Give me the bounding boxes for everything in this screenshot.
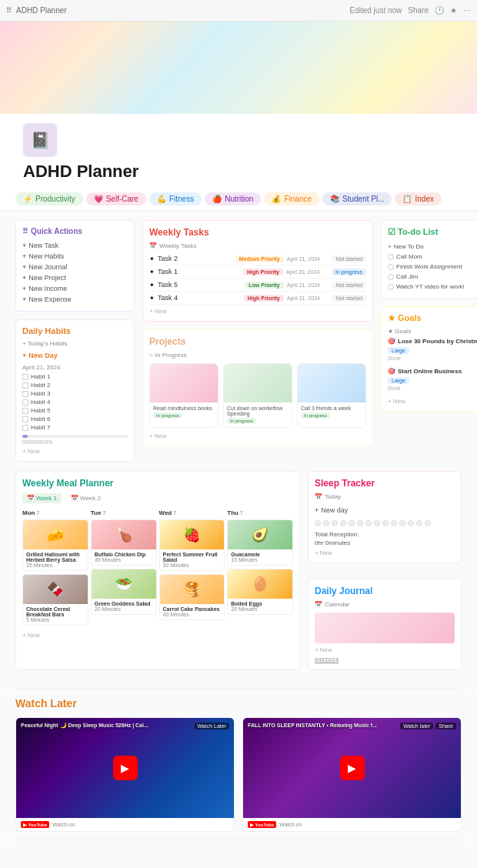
meal-card-thu-1[interactable]: 🥑 Guacamole 15 Minutes bbox=[227, 519, 293, 566]
video-card-2[interactable]: FALL INTO SLEEP INSTANTLY • Relaxing Mus… bbox=[242, 717, 462, 832]
habit-checkbox-2[interactable] bbox=[22, 382, 28, 389]
meal-card-thu-2[interactable]: 🥚 Boiled Eggs 20 Minutes bbox=[227, 569, 293, 615]
project-card-2[interactable]: Cut down on workeflow Spending In progre… bbox=[223, 363, 292, 428]
journal-entry-box bbox=[315, 613, 455, 643]
task-icon: ✦ bbox=[149, 269, 155, 275]
left-panel: ⠿ Quick Actions + New Task + New Habits … bbox=[15, 220, 135, 462]
video-footer-1: ▶ YouTube Watch on bbox=[16, 818, 234, 831]
new-journal-button[interactable]: + New Journal bbox=[22, 262, 128, 272]
video-badge-1[interactable]: Watch Later bbox=[195, 723, 229, 729]
topbar-icon-3[interactable]: ⋯ bbox=[463, 6, 471, 15]
new-day-button[interactable]: + New Day bbox=[22, 350, 128, 361]
topbar-icon-2[interactable]: ★ bbox=[450, 6, 457, 15]
sleep-dot bbox=[425, 520, 431, 526]
sleep-dot bbox=[408, 520, 414, 526]
habit-checkbox-1[interactable] bbox=[22, 374, 28, 380]
todo-check-4[interactable] bbox=[388, 284, 394, 290]
meal-card-wed-2[interactable]: 🥞 Carrot Cake Pancakes 40 Minutes bbox=[159, 574, 225, 620]
new-expense-button[interactable]: + New Expense bbox=[22, 294, 128, 305]
tab-index[interactable]: 📋 Index bbox=[395, 192, 441, 205]
calendar-icon-4: 📅 bbox=[315, 601, 322, 608]
priority-badge: High Priority bbox=[244, 295, 284, 302]
goals-new-button[interactable]: +New bbox=[388, 398, 477, 405]
priority-badge: High Priority bbox=[243, 269, 283, 275]
habit-checkbox-7[interactable] bbox=[22, 425, 28, 431]
meal-card-tue-2[interactable]: 🥗 Green Goddess Salad 20 Minutes bbox=[91, 569, 157, 615]
project-status-tag-1: In progress bbox=[153, 412, 182, 419]
video-badge-2b[interactable]: Share bbox=[435, 723, 456, 729]
watch-on-label-1: Watch on bbox=[52, 822, 75, 827]
new-project-button[interactable]: + New Project bbox=[22, 272, 128, 283]
project-card-3[interactable]: Call 3 friends a week In progress bbox=[297, 363, 366, 428]
topbar-icon-1[interactable]: 🕐 bbox=[435, 6, 444, 15]
projects-new-button[interactable]: +New bbox=[149, 432, 366, 439]
edited-label: Edited just now bbox=[349, 6, 402, 15]
meal-planner-title: Weekly Meal Planner bbox=[22, 478, 293, 489]
page-header: 📓 ADHD Planner bbox=[0, 114, 477, 188]
project-card-1[interactable]: Read mindfulness books In progress bbox=[149, 363, 218, 428]
video-badges-2: Watch later Share bbox=[400, 723, 456, 729]
tab-student[interactable]: 📚 Student Pl... bbox=[322, 192, 392, 205]
goal-tag-1: Large bbox=[388, 347, 409, 354]
new-task-button[interactable]: + New Task bbox=[22, 240, 128, 251]
tab-selfcare[interactable]: 💗 Self-Care bbox=[86, 192, 146, 205]
todo-new-item[interactable]: + New To Do bbox=[388, 242, 477, 252]
share-button[interactable]: Share bbox=[408, 6, 429, 15]
meal-new-button[interactable]: +New bbox=[22, 632, 293, 639]
video-grid: Peaceful Night 🌙 Deep Sleep Music 528Hz … bbox=[15, 717, 462, 832]
meal-img-mon-2: 🍫 bbox=[23, 575, 88, 604]
tab-nutrition[interactable]: 🍎 Nutrition bbox=[205, 192, 261, 205]
goal-icon-1: 🎯 bbox=[388, 338, 395, 345]
sleep-dot bbox=[332, 520, 338, 526]
todo-check-3[interactable] bbox=[388, 274, 394, 280]
plus-icon: + bbox=[388, 243, 392, 250]
video-play-button-1[interactable]: ▶ bbox=[113, 756, 138, 780]
habit-checkbox-3[interactable] bbox=[22, 391, 28, 397]
table-row: ✦ Task 5 Low Priority April 21, 2024 Not… bbox=[149, 279, 366, 292]
habit-progress-text: 0/0/0/0/0/0% bbox=[22, 439, 128, 445]
video-play-button-2[interactable]: ▶ bbox=[340, 756, 365, 780]
habit-checkbox-6[interactable] bbox=[22, 416, 28, 422]
meal-card-wed-1[interactable]: 🍓 Perfect Summer Fruit Salad 30 Minutes bbox=[159, 519, 225, 571]
meal-tab-week1[interactable]: 📅 Week 1 bbox=[22, 493, 62, 503]
meal-tab-week2[interactable]: 📅 Week 2 bbox=[66, 493, 105, 503]
todo-check-2[interactable] bbox=[388, 264, 394, 270]
habits-subtitle: + Today's Habits bbox=[22, 340, 128, 347]
sleep-dot bbox=[374, 520, 380, 526]
notion-icon: ⠿ bbox=[6, 6, 12, 15]
goal-sub-2: Done bbox=[388, 386, 401, 391]
habits-new-button[interactable]: +New bbox=[22, 448, 128, 455]
topbar-left: ⠿ ADHD Planner bbox=[6, 6, 67, 15]
sleep-new-button[interactable]: +New bbox=[315, 549, 455, 556]
journal-date-link[interactable]: 0/0/2024 bbox=[315, 656, 455, 663]
habit-checkbox-5[interactable] bbox=[22, 408, 28, 414]
task-icon: ✦ bbox=[149, 255, 155, 262]
journal-new-button[interactable]: +New bbox=[315, 646, 455, 653]
sleep-new-day-button[interactable]: + New day bbox=[315, 505, 455, 516]
meal-card-mon-2[interactable]: 🍫 Chocolate Cereal Breakfast Bars 5 Minu… bbox=[22, 574, 88, 626]
new-habits-button[interactable]: + New Habits bbox=[22, 251, 128, 262]
meal-card-tue-1[interactable]: 🍗 Buffalo Chicken Dip 35 Minutes bbox=[91, 519, 157, 566]
video-title-2: FALL INTO SLEEP INSTANTLY • Relaxing Mus… bbox=[248, 723, 377, 728]
tab-productivity[interactable]: ⚡ Productivity bbox=[15, 192, 83, 205]
hero-banner bbox=[0, 22, 477, 114]
todo-title: ☑ To-do List bbox=[388, 227, 477, 237]
project-card-img-1 bbox=[150, 364, 218, 402]
new-income-button[interactable]: + New Income bbox=[22, 283, 128, 294]
video-badge-2a[interactable]: Watch later bbox=[400, 723, 433, 729]
meal-card-mon-1[interactable]: 🧀 Grilled Halloumi with Herbed Berry Sal… bbox=[22, 519, 88, 571]
habit-checkbox-4[interactable] bbox=[22, 399, 28, 406]
todo-check-1[interactable] bbox=[388, 254, 394, 260]
todo-item-4: Watch YT video for work! bbox=[388, 282, 477, 292]
daily-habits-title: Daily Habits bbox=[22, 326, 128, 336]
meal-day-tue: Tue 7 🍗 Buffalo Chicken Dip 35 Minutes 🥗 bbox=[91, 509, 157, 629]
meal-img-wed-2: 🥞 bbox=[160, 575, 225, 604]
tab-fitness[interactable]: 💪 Fitness bbox=[149, 192, 202, 205]
status-badge: Not started bbox=[332, 282, 366, 289]
sleep-dot bbox=[365, 520, 372, 526]
tasks-new-button[interactable]: +New bbox=[149, 308, 366, 315]
project-card-footer-2: Cut down on workeflow Spending In progre… bbox=[224, 402, 292, 427]
quick-actions-panel: ⠿ Quick Actions + New Task + New Habits … bbox=[15, 220, 135, 312]
video-card-1[interactable]: Peaceful Night 🌙 Deep Sleep Music 528Hz … bbox=[15, 717, 235, 832]
tab-finance[interactable]: 💰 Finance bbox=[264, 192, 319, 205]
